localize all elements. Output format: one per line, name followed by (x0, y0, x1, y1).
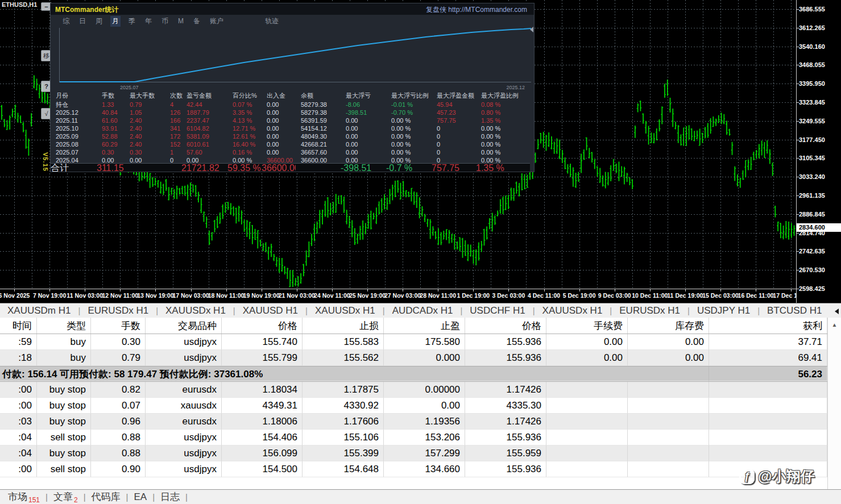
stats-row: 2025.070.300.30157.600.16 %0.0036657.600… (56, 148, 533, 156)
chart-tab-xauusd-h1[interactable]: XAUUSD H1 (235, 305, 305, 316)
status-tab-市场[interactable]: 市场151 (2, 490, 45, 504)
stats-cell: 2.40 (130, 116, 170, 124)
chart-tab-btcusd-h1[interactable]: BTCUSD H1 (760, 305, 829, 316)
stats-cell: 57.60 (187, 148, 233, 156)
panel-menu-item-综[interactable]: 综 (61, 16, 71, 27)
chart-tab-usdjpy-h1[interactable]: USDJPY H1 (690, 305, 757, 316)
stats-cell: 0.00 (346, 132, 391, 140)
order-cell: 154.406 (222, 430, 303, 445)
price-axis[interactable]: 3686.5553612.2653540.1603468.0553395.950… (796, 0, 841, 303)
order-cell: 155.799 (222, 350, 303, 366)
panel-menu-item-轨迹[interactable]: 轨迹 (263, 16, 280, 27)
stats-cell: 0.00 (267, 148, 301, 156)
stats-cell: 0.00 (267, 132, 301, 140)
order-cell: 0.000 (384, 350, 465, 366)
status-tab-EA[interactable]: EA (128, 491, 152, 503)
order-cell: 4349.31 (222, 398, 303, 414)
order-cell: usdjpyx (146, 430, 222, 445)
chart-tab-audcadx-h1[interactable]: AUDCADx H1 (385, 305, 461, 316)
panel-menu-item-币[interactable]: 币 (160, 16, 170, 27)
order-cell: 类型 (37, 318, 91, 334)
panel-menu-item-日[interactable]: 日 (77, 16, 88, 27)
pending-order-row[interactable]: :04buy stop0.88usdjpyx156.099155.399157.… (0, 445, 827, 461)
chart-tab-xauusdx-h1[interactable]: XAUUSDx H1 (535, 305, 610, 316)
chart-tab-xauusdm-h1[interactable]: XAUUSDm H1 (0, 305, 78, 316)
stats-cell: 0.00 % (391, 140, 437, 148)
open-position-row[interactable]: :18buy0.79usdjpyx155.799155.5620.000155.… (0, 350, 827, 366)
panel-menu-item-季[interactable]: 季 (127, 16, 137, 27)
stats-cell: 59.35 % (227, 164, 262, 172)
order-cell: usdjpyx (146, 350, 222, 366)
order-cell: 154.648 (303, 461, 384, 477)
order-cell: 155.936 (465, 430, 546, 445)
equity-x-label-end: 2025.12 (506, 85, 525, 90)
panel-menu-item-月[interactable]: 月 (110, 16, 121, 27)
panel-menu-item-周[interactable]: 周 (94, 16, 104, 27)
order-cell: 153.206 (384, 430, 465, 445)
stats-cell: 166 (170, 116, 187, 124)
chart-tab-xauusdx-h1[interactable]: XAUUSDx H1 (308, 305, 383, 316)
order-cell: :04 (0, 445, 37, 461)
price-tickmark (797, 270, 799, 270)
pending-order-row[interactable]: :04sell stop0.88usdjpyx154.406155.106153… (0, 430, 827, 445)
status-tab-代码库[interactable]: 代码库 (86, 490, 126, 503)
chart-tab-eurusdx-h1[interactable]: EURUSDx H1 (80, 305, 156, 316)
order-cell: 1.18006 (222, 414, 303, 430)
stats-cell: 合计 (51, 164, 97, 172)
pending-order-row[interactable]: :00buy stop0.07xauusdx4349.314330.920.00… (0, 398, 827, 414)
order-cell: 0.07 (91, 398, 146, 414)
chart-tab-eurusdx-h1[interactable]: EURUSDx H1 (612, 305, 687, 316)
order-cell (546, 414, 628, 430)
chart-symbol-label: ETHUSD,H1 (2, 1, 37, 8)
chart-tabs-bar[interactable]: XAUUSDm H1|EURUSDx H1|XAUUSDx H1|XAUUSD … (0, 303, 841, 318)
status-tab-日志[interactable]: 日志 (155, 490, 185, 503)
price-tickmark (797, 84, 799, 84)
scroll-up-arrow-icon[interactable]: ▲ (828, 318, 841, 328)
chart-tab-xauusdx-h1[interactable]: XAUUSDx H1 (158, 305, 233, 316)
time-axis[interactable]: 6 Nov 20257 Nov 19:0011 Nov 03:0012 Nov … (0, 289, 796, 303)
panel-menu-item-备[interactable]: 备 (192, 16, 202, 27)
panel-menu-item-年[interactable]: 年 (143, 16, 154, 27)
order-cell: 0.88 (91, 445, 146, 461)
panel-titlebar[interactable]: MTCommander统计 复盘侠 http://MTCommander.com (51, 3, 534, 15)
price-tick-label: 3612.265 (799, 24, 825, 31)
stats-cell: 457.23 (437, 109, 481, 116)
stats-cell: 最大浮盈比例 (481, 91, 533, 101)
pending-order-row[interactable]: :03buy stop0.96eurusdx1.180061.176061.19… (0, 414, 827, 430)
order-cell: eurusdx (146, 414, 222, 430)
stats-cell: 次数 (170, 91, 187, 101)
order-cell: buy stop (37, 398, 91, 414)
panel-menu-item-M[interactable]: M (176, 16, 185, 26)
order-cell: :59 (0, 334, 37, 350)
price-tick-label: 3686.555 (799, 6, 825, 13)
order-cell: 0.90 (91, 461, 146, 477)
order-cell (709, 445, 827, 461)
stats-cell: 0.30 (130, 148, 170, 156)
order-cell: 1.17606 (303, 414, 384, 430)
time-tickmark (544, 289, 545, 291)
mtcommander-stats-panel[interactable]: MTCommander统计 复盘侠 http://MTCommander.com… (50, 3, 535, 172)
open-position-row[interactable]: :59buy0.30usdjpyx155.740155.583175.58015… (0, 334, 827, 350)
orders-scrollbar[interactable]: ▲ (827, 318, 841, 489)
order-cell (546, 430, 628, 445)
price-tick-label: 2742.635 (799, 248, 825, 255)
stats-cell: 0.00 (346, 124, 391, 132)
stats-row: 2025.1161.602.401662237.474.13 %0.005639… (56, 116, 533, 124)
price-tick-label: 3177.450 (799, 136, 825, 143)
pending-order-row[interactable]: :00buy stop0.82eurusdx1.180341.178750.00… (0, 382, 827, 398)
chart-tab-usdchf-h1[interactable]: USDCHF H1 (462, 305, 532, 316)
time-tick-label: 15 Dec 03:00 (702, 292, 739, 299)
panel-brand-link[interactable]: 复盘侠 http://MTCommander.com (426, 5, 527, 15)
stats-cell: 1887.79 (187, 109, 233, 116)
price-tick-label: 3033.240 (799, 173, 825, 180)
order-cell: 155.936 (465, 350, 546, 366)
equity-current-marker (530, 27, 533, 32)
order-cell: 止损 (303, 318, 384, 334)
price-tick-label: 3468.055 (799, 61, 825, 68)
panel-menu-item-账户[interactable]: 账户 (208, 16, 225, 27)
tab-scroll-left-arrow-icon[interactable] (835, 309, 839, 314)
time-tick-label: 5 Dec 19:00 (563, 292, 596, 299)
pending-order-row[interactable]: :00sell stop0.90usdjpyx154.500154.648134… (0, 461, 827, 477)
status-tab-文章[interactable]: 文章2 (48, 490, 84, 504)
price-tickmark (797, 177, 799, 177)
